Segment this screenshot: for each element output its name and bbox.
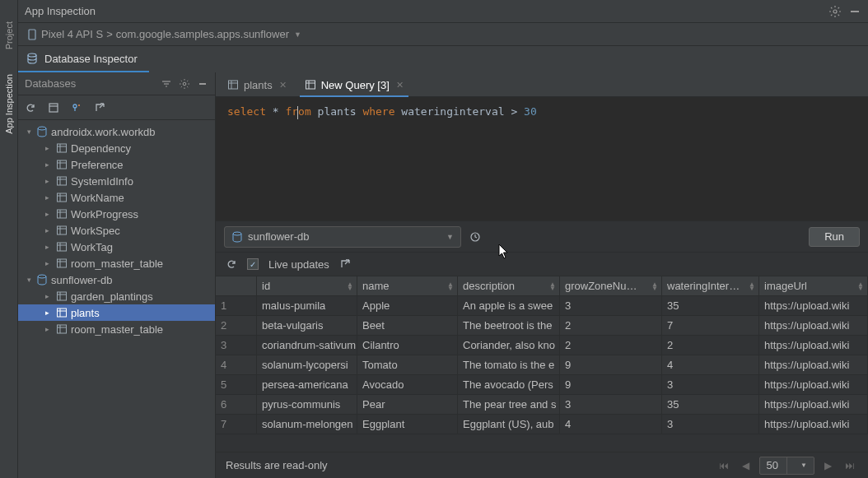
table-row[interactable]: 5persea-americanaAvocadoThe avocado (Per…: [216, 375, 868, 395]
last-page-icon[interactable]: ⏭: [842, 460, 858, 471]
tree-table[interactable]: ▸room_master_table: [18, 255, 215, 271]
tree-table[interactable]: ▸Preference: [18, 156, 215, 173]
tree-table-plants[interactable]: ▸plants: [18, 304, 215, 321]
ident-table: plants: [318, 105, 357, 118]
tree-table[interactable]: ▸WorkTag: [18, 239, 215, 255]
tab-plants[interactable]: plants ✕: [219, 73, 295, 96]
databases-toolbar: [18, 95, 215, 120]
td-rownum: 1: [216, 296, 257, 315]
tree-table-label: Preference: [71, 159, 124, 171]
chevron-right-icon: ▸: [43, 160, 51, 169]
td-name: Tomato: [357, 355, 458, 374]
refresh-icon[interactable]: [25, 102, 36, 114]
tree-table[interactable]: ▸room_master_table: [18, 321, 215, 337]
query-editor[interactable]: select * from plants where wateringinter…: [216, 97, 868, 220]
th-watering[interactable]: wateringInter…▲▼: [662, 276, 759, 295]
td-growzone: 3: [560, 296, 662, 315]
svg-rect-1: [851, 11, 859, 12]
export-icon[interactable]: [94, 102, 105, 114]
svg-point-7: [183, 82, 186, 86]
chevron-right-icon: ▸: [43, 325, 51, 333]
tree-table[interactable]: ▸garden_plantings: [18, 288, 215, 304]
history-icon[interactable]: [469, 231, 481, 243]
close-icon[interactable]: ✕: [279, 80, 287, 90]
inspector-tab[interactable]: Database Inspector: [18, 46, 149, 72]
ident-col: wateringinterval: [401, 105, 504, 118]
rail-label-appinspection[interactable]: App Inspection: [4, 74, 14, 134]
page-size-value: 50: [767, 459, 778, 471]
svg-rect-39: [58, 292, 67, 300]
table-body: 1malus-pumilaAppleAn apple is a swee335h…: [216, 296, 868, 434]
table-icon: [305, 79, 316, 90]
prev-page-icon[interactable]: ◀: [739, 460, 753, 471]
table-icon: [56, 290, 68, 302]
first-page-icon[interactable]: ⏮: [716, 460, 732, 471]
tree-table[interactable]: ▸Dependency: [18, 140, 215, 156]
table-row[interactable]: 2beta-vulgarisBeetThe beetroot is the27h…: [216, 316, 868, 336]
tree-table[interactable]: ▸WorkName: [18, 189, 215, 206]
th-growzone[interactable]: growZoneNu…▲▼: [560, 276, 662, 295]
svg-rect-48: [229, 81, 238, 89]
tree-table-label: SystemIdInfo: [71, 175, 133, 188]
close-icon[interactable]: ✕: [396, 80, 404, 90]
newquery-icon[interactable]: [48, 102, 59, 114]
tab-newquery[interactable]: New Query [3] ✕: [296, 73, 412, 96]
td-rownum: 5: [216, 375, 257, 394]
minimize-icon[interactable]: [848, 5, 861, 18]
table-row[interactable]: 1malus-pumilaAppleAn apple is a swee335h…: [216, 296, 868, 316]
table-icon: [56, 208, 68, 220]
tree-table[interactable]: ▸WorkSpec: [18, 222, 215, 239]
export-icon[interactable]: [339, 258, 351, 270]
live-label: Live updates: [268, 258, 329, 271]
status-bar: Results are read-only ⏮ ◀ 50 ▼ ▶ ⏭: [216, 452, 868, 478]
th-label: description: [463, 280, 515, 292]
database-icon: [36, 126, 48, 137]
gear-icon[interactable]: [828, 5, 842, 18]
table-row[interactable]: 3coriandrum-sativumCilantroCoriander, al…: [216, 336, 868, 355]
breadcrumb[interactable]: Pixel 4 API S > com.google.samples.apps.…: [18, 23, 868, 46]
tree-db-workdb[interactable]: ▾ androidx.work.workdb: [18, 123, 215, 140]
th-label: name: [362, 280, 390, 292]
tree-table[interactable]: ▸SystemIdInfo: [18, 173, 215, 189]
svg-point-13: [38, 127, 46, 130]
table-icon: [56, 258, 68, 269]
th-rownum[interactable]: [216, 276, 257, 295]
database-icon: [26, 53, 38, 64]
td-description: Coriander, also kno: [458, 336, 560, 355]
gear-icon[interactable]: [179, 78, 190, 90]
svg-point-54: [233, 232, 241, 235]
chevron-right-icon: ▸: [43, 309, 51, 317]
svg-rect-35: [58, 259, 67, 267]
th-imageurl[interactable]: imageUrl▲▼: [759, 276, 868, 295]
refresh-icon[interactable]: [226, 258, 237, 270]
svg-rect-9: [49, 104, 58, 112]
svg-point-38: [38, 275, 46, 278]
svg-rect-45: [58, 325, 67, 333]
th-description[interactable]: description▲▼: [458, 276, 560, 295]
table-row[interactable]: 7solanum-melongenEggplantEggplant (US), …: [216, 415, 868, 434]
table-row[interactable]: 6pyrus-communisPearThe pear tree and s33…: [216, 395, 868, 415]
results-panel: plants ✕ New Query [3] ✕ select * from p…: [216, 72, 868, 478]
keep-open-icon[interactable]: [71, 102, 82, 114]
tree-db-sunflower[interactable]: ▾ sunflower-db: [18, 271, 215, 288]
main-column: App Inspection Pixel 4 API S > com.googl…: [18, 0, 868, 478]
next-page-icon[interactable]: ▶: [821, 460, 835, 471]
db-select[interactable]: sunflower-db ▼: [224, 226, 461, 248]
td-imageurl: https://upload.wiki: [759, 316, 868, 335]
filter-icon[interactable]: [161, 78, 172, 90]
svg-rect-2: [29, 30, 35, 39]
rail-label-project[interactable]: Project: [4, 21, 14, 49]
tree-table-label: WorkTag: [71, 241, 113, 253]
tree-table[interactable]: ▸WorkProgress: [18, 206, 215, 222]
hide-icon[interactable]: [197, 78, 208, 90]
table-row[interactable]: 4solanum-lycopersiTomatoThe tomato is th…: [216, 355, 868, 375]
chevron-down-icon: ▼: [294, 30, 301, 39]
page-size-select[interactable]: 50 ▼: [759, 457, 814, 475]
table-icon: [56, 192, 68, 203]
run-button[interactable]: Run: [809, 227, 860, 247]
th-name[interactable]: name▲▼: [357, 276, 458, 295]
th-id[interactable]: id▲▼: [257, 276, 357, 295]
live-checkbox[interactable]: ✓: [247, 258, 259, 270]
table-icon: [56, 241, 68, 253]
td-imageurl: https://upload.wiki: [759, 296, 868, 315]
